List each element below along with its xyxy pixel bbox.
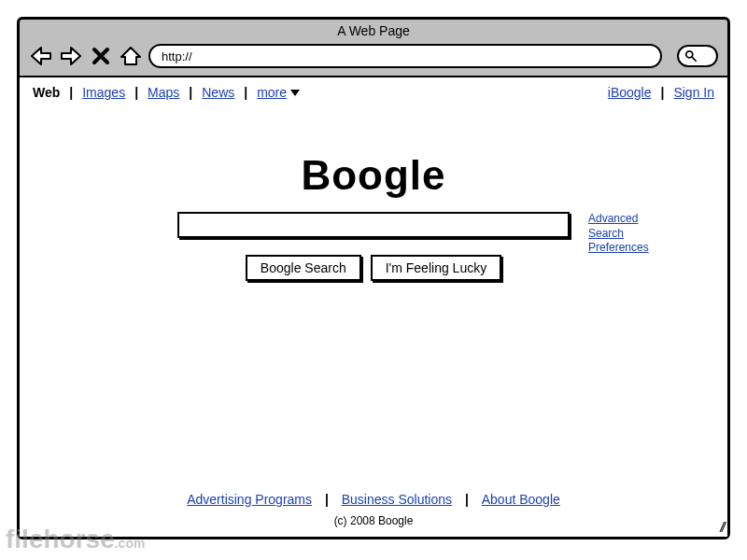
search-side-links: Advanced Search Preferences xyxy=(588,212,649,256)
nav-separator: | xyxy=(317,492,336,507)
button-row: Boogle Search I'm Feeling Lucky xyxy=(246,255,501,281)
nav-signin[interactable]: Sign In xyxy=(671,85,716,100)
top-nav: Web | Images | Maps | News | more iBoogl… xyxy=(20,77,727,107)
nav-news[interactable]: News xyxy=(200,85,236,100)
forward-icon[interactable] xyxy=(59,46,83,66)
lucky-button[interactable]: I'm Feeling Lucky xyxy=(371,255,502,281)
home-icon[interactable] xyxy=(119,46,143,66)
nav-separator: | xyxy=(458,492,476,507)
search-row: Advanced Search Preferences xyxy=(177,212,570,238)
search-input[interactable] xyxy=(177,212,570,238)
back-icon[interactable] xyxy=(29,46,53,66)
svg-line-1 xyxy=(692,57,696,61)
chevron-down-icon xyxy=(290,90,300,96)
nav-separator: | xyxy=(127,85,146,100)
stop-icon[interactable] xyxy=(89,46,113,66)
nav-maps[interactable]: Maps xyxy=(146,85,181,100)
main-area: Boogle Advanced Search Preferences Boogl… xyxy=(20,107,727,492)
search-button[interactable]: Boogle Search xyxy=(246,255,361,281)
window-title: A Web Page xyxy=(20,20,727,40)
toolbar-search-button[interactable] xyxy=(677,45,718,67)
footer-about[interactable]: About Boogle xyxy=(480,492,562,507)
nav-images[interactable]: Images xyxy=(80,85,127,100)
link-advanced-search[interactable]: Advanced Search xyxy=(588,212,649,241)
nav-iboogle[interactable]: iBoogle xyxy=(606,85,654,100)
page-content: Web | Images | Maps | News | more iBoogl… xyxy=(20,76,727,537)
footer: Advertising Programs | Business Solution… xyxy=(20,492,727,537)
footer-links: Advertising Programs | Business Solution… xyxy=(20,492,727,507)
nav-more[interactable]: more xyxy=(255,85,302,100)
nav-separator: | xyxy=(181,85,200,100)
footer-advertising[interactable]: Advertising Programs xyxy=(185,492,314,507)
nav-separator: | xyxy=(62,85,80,100)
browser-toolbar xyxy=(20,40,727,76)
nav-separator: | xyxy=(653,85,671,100)
nav-web[interactable]: Web xyxy=(31,85,62,100)
resize-grip-icon[interactable]: // xyxy=(720,520,724,535)
nav-more-label: more xyxy=(257,85,287,100)
browser-window: A Web Page Web | Images | Maps | xyxy=(17,17,730,539)
link-preferences[interactable]: Preferences xyxy=(588,241,649,256)
logo: Boogle xyxy=(301,152,445,199)
nav-separator: | xyxy=(236,85,255,100)
footer-business[interactable]: Business Solutions xyxy=(340,492,454,507)
copyright: (c) 2008 Boogle xyxy=(20,514,727,527)
url-input[interactable] xyxy=(148,44,662,68)
